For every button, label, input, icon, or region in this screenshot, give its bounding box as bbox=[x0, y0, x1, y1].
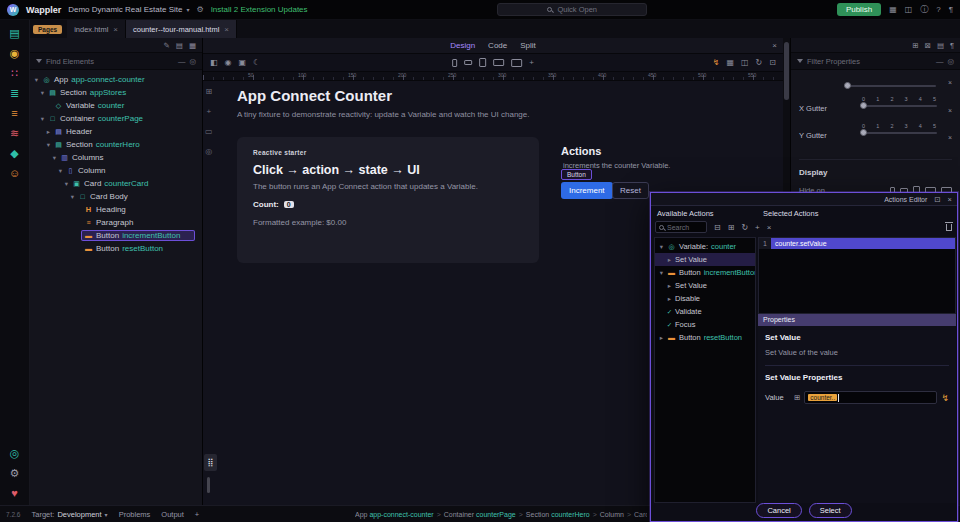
tree-item-set-value[interactable]: ▸Set Value bbox=[655, 253, 755, 266]
collapse-icon[interactable]: — bbox=[936, 57, 944, 66]
phone-portrait-icon[interactable] bbox=[452, 59, 457, 67]
breadcrumb-item[interactable]: Column bbox=[600, 511, 624, 518]
publish-button[interactable]: Publish bbox=[837, 3, 881, 16]
chevron-icon[interactable]: ▾ bbox=[63, 180, 70, 188]
value-input[interactable]: counter.. bbox=[804, 391, 937, 404]
tree-item-resetbutton[interactable]: ▸▬ButtonresetButton bbox=[655, 331, 755, 344]
tree-item-column[interactable]: ▾▯Column bbox=[30, 164, 202, 177]
layers-icon[interactable]: ≋ bbox=[10, 128, 19, 139]
chevron-icon[interactable]: ▾ bbox=[39, 115, 46, 123]
chevron-icon[interactable]: ▸ bbox=[666, 282, 673, 290]
favorites-icon[interactable]: ♥ bbox=[11, 488, 18, 499]
breadcrumb-item[interactable]: App app-connect-counter bbox=[355, 511, 434, 518]
settings-icon[interactable]: ⚙ bbox=[10, 468, 20, 479]
popout-icon[interactable]: ⊡ bbox=[934, 195, 940, 204]
actions-search-input[interactable]: Search bbox=[655, 221, 707, 233]
add-panel-icon[interactable]: + bbox=[195, 510, 199, 519]
extension-updates-link[interactable]: Install 2 Extension Updates bbox=[211, 5, 308, 14]
reset-button[interactable]: Reset bbox=[612, 182, 649, 199]
inspect-icon[interactable]: ◎ bbox=[205, 147, 212, 156]
outline-toggle-icon[interactable]: ◉ bbox=[225, 58, 232, 67]
chevron-icon[interactable]: ▸ bbox=[666, 295, 673, 303]
fullscreen-icon[interactable]: ⊡ bbox=[769, 58, 776, 67]
pages-badge[interactable]: Pages bbox=[33, 25, 62, 34]
actions-lightning-icon[interactable]: ↯ bbox=[713, 58, 720, 67]
desktop-icon[interactable] bbox=[511, 59, 522, 67]
collapse-all-icon[interactable]: ⊟ bbox=[714, 223, 721, 232]
chevron-icon[interactable]: ▸ bbox=[658, 334, 665, 342]
formatting-icon[interactable]: ¶ bbox=[949, 6, 953, 14]
close-icon[interactable]: × bbox=[948, 195, 952, 204]
close-icon[interactable]: × bbox=[772, 41, 777, 50]
tree-item-columns[interactable]: ▾▥Columns bbox=[30, 151, 202, 164]
slider-track[interactable] bbox=[861, 132, 937, 134]
element-grid-handle[interactable]: ⣿ bbox=[204, 454, 217, 471]
selected-action-row[interactable]: 1counter.setValue bbox=[759, 238, 955, 249]
components-icon[interactable]: ∷ bbox=[11, 68, 18, 79]
formatting-icon[interactable]: ¶ bbox=[950, 41, 954, 50]
phone-landscape-icon[interactable] bbox=[464, 60, 472, 65]
tree-item-set-value[interactable]: ▸Set Value bbox=[655, 279, 755, 292]
screenshot-icon[interactable]: ▣ bbox=[239, 58, 247, 67]
tree-item-app-connect-counter[interactable]: ▾◎Appapp-connect-counter bbox=[30, 73, 202, 86]
tree-item-paragraph[interactable]: ≡Paragraph bbox=[30, 216, 202, 229]
breadcrumb-item[interactable]: Card counterCard bbox=[634, 511, 647, 518]
target-icon[interactable]: ◎ bbox=[189, 57, 196, 66]
add-element-icon[interactable]: ⊞ bbox=[205, 87, 212, 96]
tab-split[interactable]: Split bbox=[520, 41, 536, 50]
close-icon[interactable]: × bbox=[224, 25, 229, 34]
tree-item-focus[interactable]: ✓Focus bbox=[655, 318, 755, 331]
tree-item-incrementbutton[interactable]: ▾▬ButtonincrementButton bbox=[655, 266, 755, 279]
navigation-icon[interactable]: ≡ bbox=[11, 108, 17, 119]
target-selector[interactable]: Target: Development ▾ bbox=[31, 510, 107, 519]
database-icon[interactable]: ◆ bbox=[10, 148, 18, 159]
remove-action-icon[interactable]: × bbox=[767, 223, 772, 232]
tree-item-card-body[interactable]: ▾□Card Body bbox=[30, 190, 202, 203]
breadcrumb-item[interactable]: Section counterHero bbox=[526, 511, 590, 518]
close-panel-icon[interactable]: ⊠ bbox=[925, 41, 931, 50]
selected-element-tag[interactable]: Button bbox=[561, 169, 592, 180]
blocks-icon[interactable]: ≣ bbox=[10, 88, 19, 99]
dynamic-data-lightning-icon[interactable]: ↯ bbox=[941, 393, 949, 403]
add-action-icon[interactable]: + bbox=[755, 223, 760, 232]
tree-item-validate[interactable]: ✓Validate bbox=[655, 305, 755, 318]
reactive-starter-card[interactable]: Reactive starter Click → action → state … bbox=[237, 137, 539, 263]
slider-knob[interactable] bbox=[860, 102, 867, 109]
chevron-icon[interactable]: ▾ bbox=[69, 193, 76, 201]
trash-icon[interactable] bbox=[946, 224, 952, 231]
tree-item-counterpage[interactable]: ▾□ContainercounterPage bbox=[30, 112, 202, 125]
slider-track[interactable] bbox=[861, 105, 937, 107]
breadcrumb-item[interactable]: Container counterPage bbox=[444, 511, 516, 518]
layout-columns-icon[interactable]: ◫ bbox=[905, 6, 913, 14]
edit-icon[interactable]: ✎ bbox=[164, 41, 170, 50]
tree-item-disable[interactable]: ▸Disable bbox=[655, 292, 755, 305]
split-panel-icon[interactable]: ◫ bbox=[741, 58, 749, 67]
expand-all-icon[interactable]: ⊞ bbox=[728, 223, 735, 232]
chevron-icon[interactable]: ▾ bbox=[658, 269, 665, 277]
clear-icon[interactable]: × bbox=[948, 134, 952, 141]
close-icon[interactable]: × bbox=[113, 25, 118, 34]
chevron-icon[interactable]: ▾ bbox=[51, 154, 58, 162]
chevron-icon[interactable]: ▸ bbox=[45, 128, 52, 136]
slider-knob[interactable] bbox=[860, 129, 867, 136]
panels-icon[interactable]: ▦ bbox=[889, 6, 897, 14]
tree-item-counter[interactable]: ◇Variablecounter bbox=[30, 99, 202, 112]
cancel-button[interactable]: Cancel bbox=[756, 503, 801, 518]
project-selector[interactable]: Demo Dynamic Real Estate Site ▾ bbox=[68, 5, 189, 14]
info-icon[interactable]: ⓘ bbox=[920, 6, 928, 14]
grid-view-icon[interactable]: ▦ bbox=[189, 41, 196, 50]
select-button[interactable]: Select bbox=[809, 503, 852, 518]
laptop-icon[interactable] bbox=[493, 59, 504, 66]
chevron-icon[interactable]: ▾ bbox=[45, 141, 52, 149]
design-icon[interactable]: ◉ bbox=[10, 48, 20, 59]
globe-icon[interactable]: ◎ bbox=[10, 448, 20, 459]
pages-icon[interactable]: ▤ bbox=[9, 28, 19, 39]
tree-item-heading[interactable]: HHeading bbox=[30, 203, 202, 216]
chevron-icon[interactable]: ▾ bbox=[658, 243, 665, 251]
dark-mode-icon[interactable]: ☾ bbox=[253, 58, 260, 67]
tab-design[interactable]: Design bbox=[450, 41, 475, 50]
list-view-icon[interactable]: ▤ bbox=[176, 41, 183, 50]
tree-item-countercard[interactable]: ▾▣CardcounterCard bbox=[30, 177, 202, 190]
tree-item-counterhero[interactable]: ▾▤SectioncounterHero bbox=[30, 138, 202, 151]
problems-button[interactable]: Problems bbox=[119, 510, 151, 519]
